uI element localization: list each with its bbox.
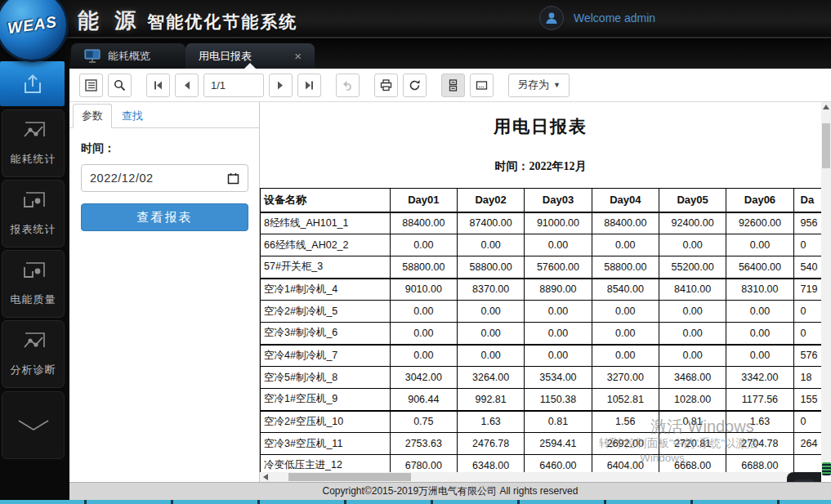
active-tab-caret (244, 63, 256, 69)
column-header: Day01 (390, 189, 457, 212)
value-cell: 0.00 (457, 323, 524, 345)
value-cell: 87400.00 (457, 212, 524, 234)
value-cell-clipped: 956 (793, 212, 821, 234)
value-cell: 3534.00 (525, 367, 592, 389)
params-panel: 参数 查找 时间： 2022/12/02 查看报表 (69, 102, 260, 482)
device-name-cell: 8经纬线_AH101_1 (261, 212, 391, 234)
value-cell: 0.00 (726, 301, 793, 323)
device-name-cell: 66经纬线_AH02_2 (261, 234, 391, 256)
toc-button[interactable] (79, 74, 103, 97)
sidebar-export-button[interactable] (0, 61, 65, 106)
value-cell: 2594.41 (525, 433, 592, 455)
value-cell: 0.81 (659, 411, 726, 433)
value-cell: 0.00 (390, 301, 457, 323)
value-cell: 57600.00 (525, 256, 592, 279)
calendar-icon[interactable] (227, 172, 239, 185)
sidebar-item-energy-stats[interactable]: 能耗统计 (2, 109, 65, 177)
device-name-cell: 空冷4#制冷机_7 (261, 345, 391, 367)
report-subtitle: 时间：2022年12月 (260, 159, 821, 174)
value-cell: 0.81 (525, 411, 592, 433)
search-button[interactable] (108, 74, 132, 97)
tab-label: 能耗概览 (108, 49, 150, 64)
value-cell-clipped (793, 455, 821, 473)
main-area: 能耗概览 用电日报表 × (69, 38, 831, 500)
person-icon (544, 11, 559, 25)
back-button[interactable] (336, 74, 360, 97)
sidebar-item-analysis[interactable]: 分析诊断 (2, 320, 65, 388)
floating-media-widget[interactable] (787, 472, 821, 482)
brand-subtitle: 智能优化节能系统 (147, 11, 297, 33)
value-cell: 2720.81 (659, 433, 726, 455)
column-header: Day02 (457, 189, 524, 212)
upload-icon (20, 73, 45, 96)
page-indicator-input[interactable] (203, 74, 264, 97)
prev-page-button[interactable] (175, 74, 199, 97)
vertical-scrollbar[interactable] (821, 102, 831, 472)
value-cell: 6348.00 (457, 455, 524, 473)
table-row: 57#开关柜_358800.0058800.0057600.0058800.00… (261, 256, 822, 279)
logo-text: WEAS (6, 13, 57, 38)
value-cell: 91000.00 (525, 212, 592, 234)
horizontal-scrollbar[interactable] (260, 472, 821, 482)
value-cell: 1150.38 (525, 389, 592, 411)
sidebar-item-label: 分析诊断 (11, 363, 56, 377)
first-page-button[interactable] (146, 74, 170, 97)
value-cell: 0.75 (390, 411, 457, 433)
table-row: 空冷4#制冷机_70.000.000.000.000.000.00576 (261, 345, 822, 367)
line-chart-icon (20, 120, 47, 145)
report-title: 用电日报表 (260, 115, 821, 138)
horizontal-scroll-thumb[interactable] (288, 473, 411, 481)
next-page-button[interactable] (269, 74, 293, 97)
tab-close-icon[interactable]: × (294, 50, 302, 62)
save-as-button[interactable]: 另存为 ▼ (508, 74, 570, 97)
copyright-text: Copyright©2015-2019万洲电气有限公司 All rights r… (323, 484, 579, 498)
last-page-button[interactable] (297, 74, 321, 97)
content-area: 参数 查找 时间： 2022/12/02 查看报表 (69, 102, 831, 482)
user-area[interactable]: Welcome admin (539, 6, 655, 30)
value-cell: 6668.00 (659, 455, 726, 473)
tab-params[interactable]: 参数 (73, 104, 112, 128)
tab-label: 用电日报表 (199, 49, 252, 64)
sidebar-item-power-quality[interactable]: 电能质量 (2, 250, 65, 318)
sidebar-expand-button[interactable] (2, 391, 65, 459)
table-row: 空冷5#制冷机_83042.003264.003534.003270.00346… (261, 367, 822, 389)
next-page-icon (276, 80, 285, 91)
device-name-cell: 空冷1#制冷机_4 (261, 279, 391, 301)
sidebar-item-report-stats[interactable]: 报表统计 (2, 180, 65, 248)
value-cell-clipped: 18 (793, 367, 821, 389)
vertical-scroll-thumb[interactable] (822, 123, 830, 168)
value-cell: 3042.00 (390, 367, 457, 389)
value-cell: 0.00 (659, 301, 726, 323)
tab-find[interactable]: 查找 (112, 105, 153, 127)
date-input[interactable]: 2022/12/02 (81, 164, 248, 192)
value-cell: 8370.00 (457, 279, 524, 301)
table-row: 空冷2#空压机_100.751.630.811.560.811.630 (261, 411, 822, 433)
view-report-button[interactable]: 查看报表 (81, 203, 248, 231)
device-name-cell: 空冷2#空压机_10 (261, 411, 391, 433)
value-cell: 0.00 (457, 234, 524, 256)
device-name-cell: 空冷3#制冷机_6 (261, 323, 391, 345)
continuous-view-button[interactable] (441, 74, 465, 97)
scroll-left-icon[interactable] (263, 474, 268, 480)
table-row: 空冷1#制冷机_49010.008370.008890.008540.00841… (261, 279, 822, 301)
skip-next-icon[interactable] (793, 479, 815, 482)
tab-daily-report[interactable]: 用电日报表 × (185, 43, 315, 69)
column-header: 设备名称 (261, 189, 391, 212)
prev-page-icon (182, 80, 191, 91)
value-cell-clipped: 0 (793, 411, 821, 433)
value-cell: 1177.56 (726, 389, 793, 411)
single-page-view-button[interactable] (470, 74, 494, 97)
value-cell: 2704.78 (726, 433, 793, 455)
print-button[interactable] (374, 74, 398, 97)
scroll-up-icon[interactable] (823, 105, 829, 109)
tab-bar: 能耗概览 用电日报表 × (69, 38, 831, 69)
value-cell: 0.00 (525, 234, 592, 256)
footer: Copyright©2015-2019万洲电气有限公司 All rights r… (69, 482, 831, 500)
refresh-button[interactable] (403, 74, 427, 97)
value-cell: 6404.00 (592, 455, 659, 473)
report-page: 用电日报表 时间：2022年12月 设备名称Day01Day02Day03Day… (260, 102, 821, 472)
header: 能 源 智能优化节能系统 Welcome admin (0, 0, 831, 38)
single-page-icon (476, 80, 488, 91)
tab-energy-overview[interactable]: 能耗概览 (71, 43, 185, 69)
value-cell: 0.00 (390, 345, 457, 367)
